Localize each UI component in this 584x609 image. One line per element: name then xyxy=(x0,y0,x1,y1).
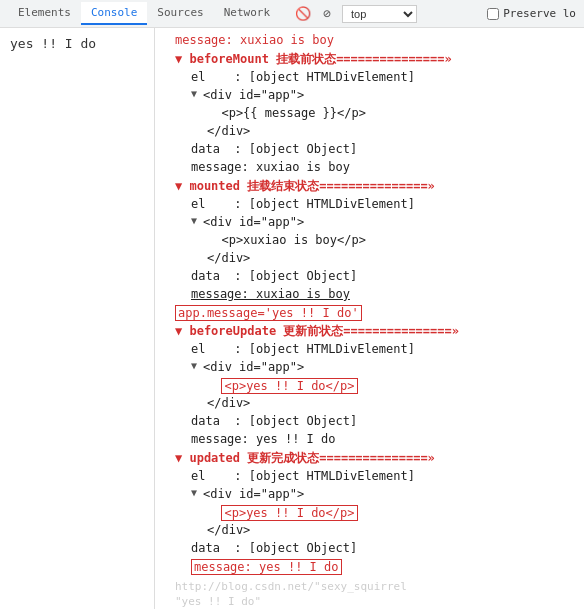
console-line: <p>yes !! I do</p> xyxy=(155,377,584,395)
preserve-checkbox[interactable] xyxy=(487,8,499,20)
console-line: ▼ <div id="app"> xyxy=(155,214,584,232)
filter-icon[interactable]: ⊘ xyxy=(318,5,336,23)
console-line: el : [object HTMLDivElement] xyxy=(155,69,584,87)
console-line: data : [object Object] xyxy=(155,413,584,431)
section-beforeupdate: ▼ beforeUpdate 更新前状态===============» xyxy=(155,322,584,341)
section-beforemount: ▼ beforeMount 挂载前状态===============» xyxy=(155,50,584,69)
left-panel-text: yes !! I do xyxy=(10,36,96,51)
console-line: message: yes !! I do xyxy=(155,431,584,449)
tab-network[interactable]: Network xyxy=(214,2,280,25)
section-mounted: ▼ mounted 挂载结束状态===============» xyxy=(155,177,584,196)
console-line: </div> xyxy=(155,395,584,413)
tab-console[interactable]: Console xyxy=(81,2,147,25)
section-updated: ▼ updated 更新完成状态===============» xyxy=(155,449,584,468)
console-line-last: message: yes !! I do xyxy=(155,558,584,576)
tab-bar: Elements Console Sources Network xyxy=(8,2,280,25)
console-line: el : [object HTMLDivElement] xyxy=(155,341,584,359)
console-line: ▼ <div id="app"> xyxy=(155,87,584,105)
left-panel: yes !! I do xyxy=(0,28,155,609)
console-line: </div> xyxy=(155,250,584,268)
console-line: </div> xyxy=(155,123,584,141)
tab-elements[interactable]: Elements xyxy=(8,2,81,25)
console-line: message: xuxiao is boy xyxy=(155,159,584,177)
tab-sources[interactable]: Sources xyxy=(147,2,213,25)
console-line: <p>xuxiao is boy</p> xyxy=(155,232,584,250)
console-line: message: xuxiao is boy xyxy=(155,286,584,304)
console-line: el : [object HTMLDivElement] xyxy=(155,468,584,486)
console-line: data : [object Object] xyxy=(155,141,584,159)
watermark-line: http://blog.csdn.net/"sexy_squirrel xyxy=(155,576,584,595)
bottom-text-line: "yes !! I do" xyxy=(155,595,584,609)
console-line: data : [object Object] xyxy=(155,540,584,558)
level-select[interactable]: top verbose info warnings errors xyxy=(342,5,417,23)
console-area[interactable]: message: xuxiao is boy ▼ beforeMount 挂载前… xyxy=(155,28,584,609)
top-bar: Elements Console Sources Network 🚫 ⊘ top… xyxy=(0,0,584,28)
console-line: el : [object HTMLDivElement] xyxy=(155,196,584,214)
block-icon[interactable]: 🚫 xyxy=(294,5,312,23)
toolbar-icons: 🚫 ⊘ top verbose info warnings errors xyxy=(294,5,417,23)
console-line: message: xuxiao is boy xyxy=(155,32,584,50)
console-line: <p>yes !! I do</p> xyxy=(155,504,584,522)
preserve-label: Preserve lo xyxy=(487,7,576,20)
console-line: </div> xyxy=(155,522,584,540)
console-line: data : [object Object] xyxy=(155,268,584,286)
console-line: ▼ <div id="app"> xyxy=(155,359,584,377)
console-line: <p>{{ message }}</p> xyxy=(155,105,584,123)
console-line: ▼ <div id="app"> xyxy=(155,486,584,504)
app-message-line: app.message='yes !! I do' xyxy=(155,304,584,322)
